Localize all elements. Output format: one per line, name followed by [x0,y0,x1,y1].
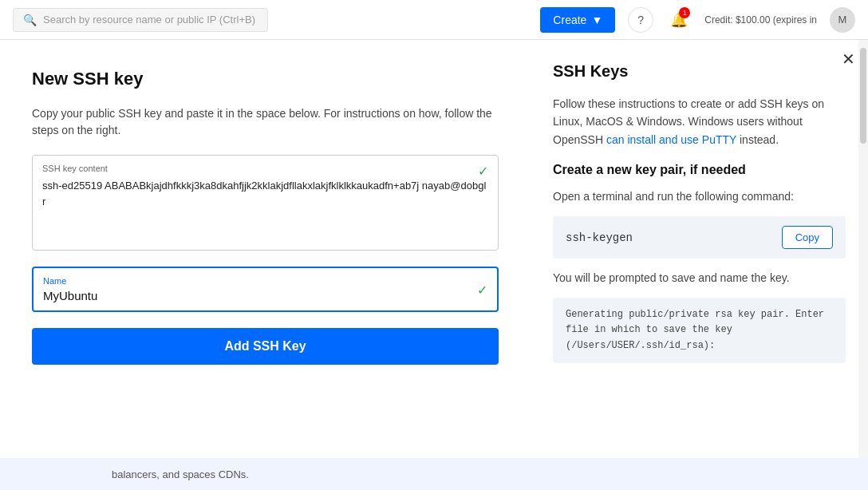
name-valid-icon: ✓ [477,282,487,297]
help-button[interactable]: ? [628,7,653,33]
right-panel-title: SSH Keys [553,62,846,81]
scroll-track[interactable] [858,40,868,458]
ssh-key-field[interactable]: SSH key content ssh-ed25519 ABABABkjajdh… [32,155,499,251]
chevron-down-icon: ▼ [591,14,602,26]
bottom-bar-text: balancers, and spaces CDNs. [112,468,249,480]
create-button[interactable]: Create ▼ [540,7,615,33]
notif-badge: 1 [679,7,690,18]
right-panel-desc: Follow these instructions to create or a… [553,95,846,148]
name-field[interactable]: Name MyUbuntu ✓ [32,267,499,312]
modal-backdrop: New SSH key Copy your public SSH key and… [0,40,868,458]
ssh-key-valid-icon: ✓ [478,164,488,179]
prompt-text: You will be prompted to save and name th… [553,270,846,286]
right-panel: ✕ SSH Keys Follow these instructions to … [531,40,868,458]
notifications-button[interactable]: 🔔 1 [666,7,692,33]
top-bar-right: Create ▼ ? 🔔 1 Credit: $100.00 (expires … [540,7,855,33]
scroll-thumb[interactable] [860,48,866,144]
search-box[interactable]: 🔍 Search by resource name or public IP (… [13,8,268,32]
code-block: Generating public/private rsa key pair. … [553,298,846,363]
top-bar: 🔍 Search by resource name or public IP (… [0,0,868,40]
command-box: ssh-keygen Copy [553,216,846,259]
command-text: ssh-keygen [566,231,633,244]
panel-subtitle: Copy your public SSH key and paste it in… [32,105,499,139]
left-panel: New SSH key Copy your public SSH key and… [0,40,531,458]
copy-button[interactable]: Copy [782,226,833,249]
close-button[interactable]: ✕ [842,51,855,67]
panel-title: New SSH key [32,69,499,89]
section-title: Create a new key pair, if needed [553,163,846,177]
ssh-key-content[interactable]: ssh-ed25519 ABABABkjajdhfkkkj3ka8dkahfjj… [42,178,488,242]
ssh-key-label: SSH key content [42,164,488,173]
add-ssh-key-button[interactable]: Add SSH Key [32,328,499,365]
section-desc: Open a terminal and run the following co… [553,188,846,205]
create-label: Create [553,14,586,26]
name-value[interactable]: MyUbuntu [43,289,487,302]
credit-text: Credit: $100.00 (expires in [704,14,817,26]
avatar[interactable]: M [830,7,855,33]
right-desc-end: instead. [740,133,779,146]
putty-link[interactable]: can install and use PuTTY [606,133,736,146]
name-label: Name [43,276,487,286]
search-icon: 🔍 [23,14,37,26]
search-placeholder: Search by resource name or public IP (Ct… [43,14,255,26]
bottom-bar: balancers, and spaces CDNs. [0,458,868,490]
